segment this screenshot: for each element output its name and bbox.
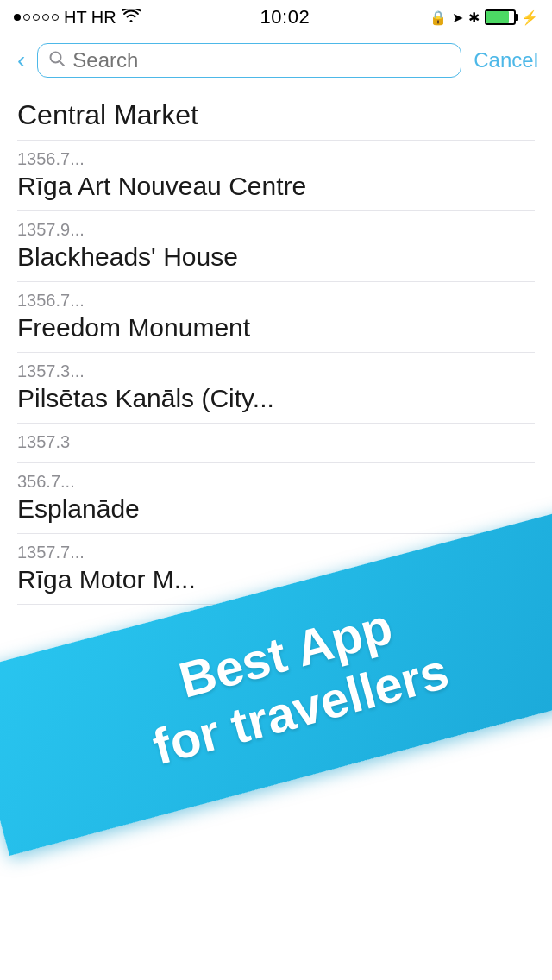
battery-icon [485,9,516,25]
signal-dot-3 [33,14,40,21]
signal-dots [14,14,59,21]
place-distance: 1357.3 [17,432,535,452]
list-item[interactable]: 1356.7... Rīga Art Nouveau Centre [17,141,535,211]
list-item[interactable]: 356.7... Esplanāde [17,463,535,534]
location-icon: ➤ [452,9,463,26]
svg-line-1 [60,61,65,66]
list-item[interactable]: 1356.7... Freedom Monument [17,282,535,353]
lock-icon: 🔒 [430,9,447,26]
places-list: Central Market 1356.7... Rīga Art Nouvea… [0,86,552,605]
place-distance: 356.7... [17,472,535,492]
search-input[interactable] [72,48,450,72]
place-distance: 1356.7... [17,149,535,169]
place-name: Esplanāde [17,493,535,525]
place-name: Rīga Art Nouveau Centre [17,171,535,202]
list-item[interactable]: 1357.3 [17,424,535,463]
search-icon [48,50,66,72]
list-item[interactable]: 1357.3... Pilsētas Kanāls (City... [17,353,535,424]
status-right: 🔒 ➤ ✱ ⚡ [430,9,538,26]
place-distance: 1357.9... [17,220,535,240]
carrier-label: HT HR [64,8,116,28]
status-left: HT HR [14,8,141,28]
list-item[interactable]: 1357.9... Blackheads' House [17,211,535,282]
charging-icon: ⚡ [521,9,538,26]
place-name: Pilsētas Kanāls (City... [17,383,535,414]
signal-dot-1 [14,14,21,21]
cancel-button[interactable]: Cancel [474,48,538,72]
back-button[interactable]: ‹ [14,43,28,78]
wifi-icon [122,9,141,27]
battery-fill [486,11,509,23]
search-bar-row: ‹ Cancel [0,35,552,86]
place-distance: 1356.7... [17,291,535,311]
clock: 10:02 [260,6,310,28]
signal-dot-4 [42,14,49,21]
place-name: Central Market [17,98,535,131]
bluetooth-icon: ✱ [468,9,480,26]
signal-dot-2 [23,14,30,21]
status-bar: HT HR 10:02 🔒 ➤ ✱ ⚡ [0,0,552,35]
place-name: Blackheads' House [17,242,535,273]
list-item[interactable]: Central Market [17,86,535,141]
signal-dot-5 [52,14,59,21]
place-distance: 1357.3... [17,361,535,381]
search-input-wrapper[interactable] [37,43,461,78]
svg-point-0 [51,52,61,62]
place-name: Freedom Monument [17,312,535,343]
banner-text: Best App for travellers [132,587,455,776]
